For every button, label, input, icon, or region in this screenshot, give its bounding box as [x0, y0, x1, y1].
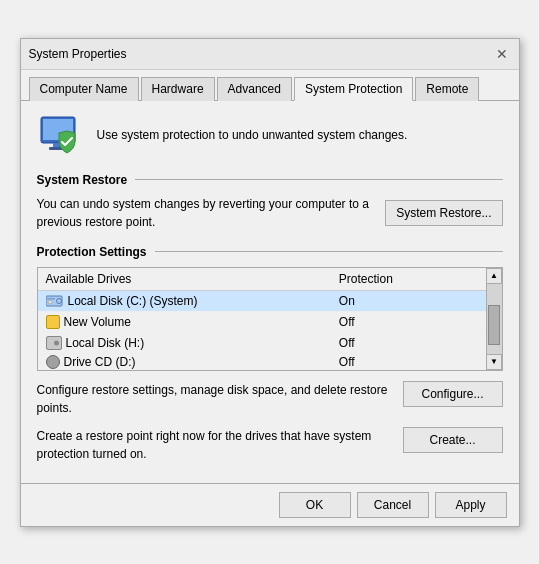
protection-settings-header: Protection Settings [37, 245, 503, 259]
banner: Use system protection to undo unwanted s… [37, 111, 503, 159]
drive-new-volume-protection: Off [339, 315, 355, 329]
local-disk-c-icon [46, 294, 64, 308]
drive-c-name: Local Disk (C:) (System) [68, 294, 198, 308]
cd-drive-icon [46, 355, 60, 369]
drive-c-protection: On [339, 294, 355, 308]
tab-advanced[interactable]: Advanced [217, 77, 292, 101]
svg-point-7 [48, 300, 52, 304]
drives-table-container: Available Drives Protection [37, 267, 503, 371]
table-row[interactable]: Local Disk (H:) Off [38, 333, 486, 354]
drive-cd-name: Drive CD (D:) [64, 355, 136, 369]
system-restore-row: You can undo system changes by reverting… [37, 195, 503, 231]
protection-settings: Protection Settings Available Drives Pro… [37, 245, 503, 371]
usb-drive-icon [46, 315, 60, 329]
banner-text: Use system protection to undo unwanted s… [97, 128, 408, 142]
system-restore-label: System Restore [37, 173, 128, 187]
create-row: Create a restore point right now for the… [37, 427, 503, 463]
drive-h-name: Local Disk (H:) [66, 336, 145, 350]
create-button[interactable]: Create... [403, 427, 503, 453]
tab-remote[interactable]: Remote [415, 77, 479, 101]
tab-hardware[interactable]: Hardware [141, 77, 215, 101]
scroll-track[interactable] [487, 284, 502, 354]
system-properties-window: System Properties ✕ Computer Name Hardwa… [20, 38, 520, 527]
col-header-drives: Available Drives [38, 268, 331, 290]
table-row[interactable]: Drive CD (D:) Off [38, 354, 486, 370]
protection-settings-label: Protection Settings [37, 245, 147, 259]
create-text: Create a restore point right now for the… [37, 427, 391, 463]
local-disk-h-icon [46, 336, 62, 350]
tab-system-protection[interactable]: System Protection [294, 77, 413, 101]
window-title: System Properties [29, 47, 127, 61]
drives-table: Available Drives Protection [38, 268, 486, 370]
col-header-protection: Protection [331, 268, 486, 290]
apply-button[interactable]: Apply [435, 492, 507, 518]
drive-new-volume-name: New Volume [64, 315, 131, 329]
drive-cd-protection: Off [339, 355, 355, 369]
configure-button[interactable]: Configure... [403, 381, 503, 407]
ok-button[interactable]: OK [279, 492, 351, 518]
footer: OK Cancel Apply [21, 483, 519, 526]
tab-computer-name[interactable]: Computer Name [29, 77, 139, 101]
configure-row: Configure restore settings, manage disk … [37, 381, 503, 417]
title-bar: System Properties ✕ [21, 39, 519, 70]
table-row[interactable]: New Volume Off [38, 312, 486, 333]
tabs-bar: Computer Name Hardware Advanced System P… [21, 70, 519, 101]
close-button[interactable]: ✕ [493, 45, 511, 63]
scroll-up-arrow[interactable]: ▲ [486, 268, 502, 284]
configure-text: Configure restore settings, manage disk … [37, 381, 391, 417]
cancel-button[interactable]: Cancel [357, 492, 429, 518]
svg-rect-6 [47, 298, 55, 300]
scroll-thumb[interactable] [488, 305, 500, 345]
drive-h-protection: Off [339, 336, 355, 350]
system-restore-button[interactable]: System Restore... [385, 200, 502, 226]
system-protection-icon [37, 111, 85, 159]
system-restore-description: You can undo system changes by reverting… [37, 195, 374, 231]
drives-scrollbar[interactable]: ▲ ▼ [486, 268, 502, 370]
scroll-down-arrow[interactable]: ▼ [486, 354, 502, 370]
table-row[interactable]: Local Disk (C:) (System) On [38, 291, 486, 312]
system-restore-header: System Restore [37, 173, 503, 187]
tab-content: Use system protection to undo unwanted s… [21, 101, 519, 483]
table-header: Available Drives Protection [38, 268, 486, 291]
